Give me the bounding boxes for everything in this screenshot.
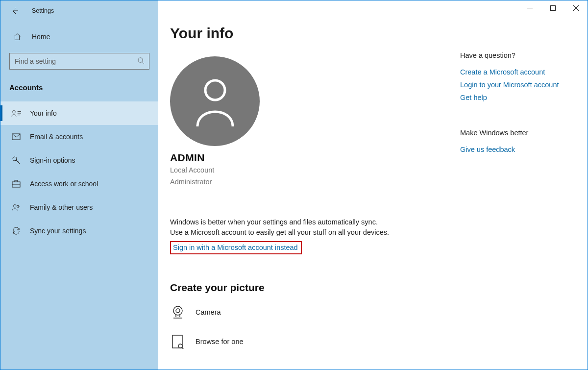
help-link-login-account[interactable]: Login to your Microsoft account xyxy=(460,81,578,89)
sidebar-item-label: Sign-in options xyxy=(30,156,75,164)
window-controls xyxy=(518,0,588,15)
mail-icon xyxy=(11,132,21,142)
briefcase-icon xyxy=(11,179,21,189)
picture-option-camera[interactable]: Camera xyxy=(170,301,450,323)
create-picture-heading: Create your picture xyxy=(170,282,450,294)
content: Your info ADMIN Local Account Administra… xyxy=(158,0,460,370)
app-root: Settings Home Accounts xyxy=(0,0,588,370)
sync-block: Windows is better when your settings and… xyxy=(170,217,450,254)
sidebar-section-label: Accounts xyxy=(9,83,158,92)
svg-rect-7 xyxy=(551,5,556,10)
window-title: Settings xyxy=(32,7,54,14)
picture-option-browse[interactable]: Browse for one xyxy=(170,331,450,352)
sidebar: Settings Home Accounts xyxy=(0,0,158,370)
sidebar-item-sync-settings[interactable]: Sync your settings xyxy=(0,219,158,243)
account-role: Administrator xyxy=(170,177,450,187)
sidebar-item-label: Access work or school xyxy=(30,180,98,188)
home-label: Home xyxy=(32,33,50,41)
sidebar-item-your-info[interactable]: Your info xyxy=(0,101,158,125)
help-link-get-help[interactable]: Get help xyxy=(460,94,578,101)
svg-point-10 xyxy=(176,309,180,313)
your-info-icon xyxy=(11,108,21,118)
home-icon xyxy=(12,32,22,42)
picture-option-label: Camera xyxy=(196,308,221,316)
sidebar-item-label: Sync your settings xyxy=(30,227,86,235)
key-icon xyxy=(11,155,21,165)
people-icon xyxy=(11,202,21,212)
help-question-heading: Have a question? xyxy=(460,51,578,59)
svg-point-9 xyxy=(173,306,182,315)
minimize-button[interactable] xyxy=(518,0,541,15)
sync-description: Windows is better when your settings and… xyxy=(170,217,391,237)
sidebar-home[interactable]: Home xyxy=(0,28,158,46)
picture-option-label: Browse for one xyxy=(196,338,244,345)
svg-point-8 xyxy=(205,80,225,100)
account-type: Local Account xyxy=(170,166,450,175)
sidebar-item-label: Your info xyxy=(30,109,57,117)
titlebar: Settings xyxy=(0,0,158,21)
person-icon xyxy=(191,74,240,129)
sidebar-item-access-work-school[interactable]: Access work or school xyxy=(0,172,158,196)
maximize-button[interactable] xyxy=(541,0,564,15)
sync-icon xyxy=(11,226,21,236)
svg-point-5 xyxy=(14,205,16,207)
search-container xyxy=(9,53,149,70)
svg-point-1 xyxy=(13,111,15,113)
main-area: Your info ADMIN Local Account Administra… xyxy=(158,0,588,370)
sidebar-item-family-other-users[interactable]: Family & other users xyxy=(0,196,158,219)
svg-rect-11 xyxy=(172,335,182,348)
sidebar-nav: Your info Email & accounts Sign-in optio… xyxy=(0,101,158,243)
back-button[interactable] xyxy=(9,5,21,17)
camera-icon xyxy=(170,304,186,320)
search-input[interactable] xyxy=(9,53,149,70)
help-column: Have a question? Create a Microsoft acco… xyxy=(460,0,588,370)
svg-point-3 xyxy=(13,157,17,161)
close-button[interactable] xyxy=(564,0,588,15)
page-title: Your info xyxy=(170,25,450,42)
svg-point-12 xyxy=(178,344,182,348)
help-link-feedback[interactable]: Give us feedback xyxy=(460,146,578,153)
browse-icon xyxy=(170,334,186,349)
sidebar-item-sign-in-options[interactable]: Sign-in options xyxy=(0,148,158,172)
sidebar-item-label: Family & other users xyxy=(30,203,93,211)
avatar xyxy=(170,56,260,146)
sidebar-item-label: Email & accounts xyxy=(30,133,83,141)
sidebar-item-email-accounts[interactable]: Email & accounts xyxy=(0,125,158,148)
sign-in-microsoft-link[interactable]: Sign in with a Microsoft account instead xyxy=(170,241,302,254)
arrow-left-icon xyxy=(10,6,20,16)
help-feedback-heading: Make Windows better xyxy=(460,129,578,137)
account-name: ADMIN xyxy=(170,152,450,164)
help-link-create-account[interactable]: Create a Microsoft account xyxy=(460,68,578,76)
